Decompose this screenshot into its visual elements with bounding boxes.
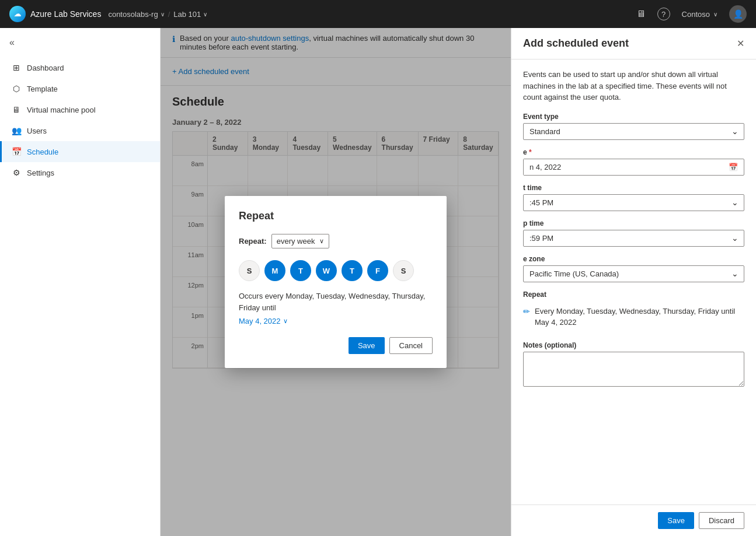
sidebar-collapse: « (0, 33, 160, 57)
event-type-select-wrapper: Standard (523, 123, 744, 140)
start-time-select[interactable]: :45 PM (523, 194, 744, 211)
start-time-select-wrapper: :45 PM (523, 194, 744, 211)
panel-close-button[interactable]: ✕ (737, 38, 744, 49)
panel-description: Events can be used to start up and/or sh… (523, 69, 744, 103)
repeat-modal: Repeat Repeat: every week ∨ S M T W T F … (225, 196, 447, 368)
sidebar-item-label: Users (27, 127, 47, 135)
day-circle-wed[interactable]: W (316, 260, 337, 281)
app-title: Azure Lab Services (30, 9, 101, 19)
day-circle-fri[interactable]: F (367, 260, 388, 281)
main-layout: « ⊞ Dashboard ⬡ Template 🖥 Virtual machi… (0, 28, 756, 536)
timezone-label: e zone (523, 255, 744, 263)
modal-overlay: Repeat Repeat: every week ∨ S M T W T F … (161, 28, 511, 536)
event-type-label: Event type (523, 113, 744, 121)
sidebar-item-settings[interactable]: ⚙ Settings (0, 162, 160, 183)
sidebar-item-dashboard[interactable]: ⊞ Dashboard (0, 57, 160, 78)
repeat-group: Repeat ✏ Every Monday, Tuesday, Wednesda… (523, 290, 744, 333)
stop-time-group: p time :59 PM (523, 219, 744, 247)
repeat-section: ✏ Every Monday, Tuesday, Wednesday, Thur… (523, 301, 744, 333)
sidebar-item-label: Schedule (27, 148, 58, 156)
topnav-right: 🖥 ? Contoso ∨ 👤 (636, 5, 747, 23)
azure-icon: ☁ (9, 6, 26, 22)
timezone-group: e zone Pacific Time (US, Canada) (523, 255, 744, 282)
day-circle-thu[interactable]: T (342, 260, 363, 281)
sidebar-item-users[interactable]: 👥 Users (0, 120, 160, 141)
dashboard-icon: ⊞ (12, 63, 21, 72)
modal-title: Repeat (239, 210, 433, 222)
repeat-text: Every Monday, Tuesday, Wednesday, Thursd… (535, 306, 744, 328)
breadcrumb-lab[interactable]: Lab 101 ∨ (173, 10, 207, 19)
sidebar-item-template[interactable]: ⬡ Template (0, 78, 160, 99)
settings-icon: ⚙ (12, 168, 21, 177)
timezone-select[interactable]: Pacific Time (US, Canada) (523, 265, 744, 282)
collapse-button[interactable]: « (9, 37, 15, 48)
users-icon: 👥 (12, 126, 21, 135)
content-area: ℹ Based on your auto-shutdown settings, … (161, 28, 511, 536)
help-icon[interactable]: ? (657, 8, 670, 20)
day-circle-sun[interactable]: S (239, 260, 260, 281)
stop-time-select[interactable]: :59 PM (523, 230, 744, 247)
panel-save-button[interactable]: Save (658, 512, 694, 529)
day-circles: S M T W T F S (239, 260, 433, 281)
occurrence-text: Occurs every Monday, Tuesday, Wednesday,… (239, 290, 433, 313)
start-time-label: t time (523, 184, 744, 192)
right-panel: Add scheduled event ✕ Events can be used… (511, 28, 756, 536)
repeat-label: Repeat (523, 290, 744, 299)
stop-time-select-wrapper: :59 PM (523, 230, 744, 247)
panel-title: Add scheduled event (523, 37, 629, 50)
sidebar-item-label: Virtual machine pool (27, 106, 96, 114)
breadcrumb-rg[interactable]: contosolabs-rg ∨ (108, 10, 164, 19)
modal-actions: Save Cancel (239, 337, 433, 354)
panel-footer: Save Discard (511, 505, 756, 536)
date-label: e * (523, 148, 744, 156)
day-circle-tue[interactable]: T (290, 260, 311, 281)
topnav: ☁ Azure Lab Services contosolabs-rg ∨ / … (0, 0, 756, 28)
modal-repeat-row: Repeat: every week ∨ (239, 234, 433, 248)
event-type-select[interactable]: Standard (523, 123, 744, 140)
repeat-prefix: Repeat: (239, 237, 267, 246)
sidebar-item-label: Dashboard (27, 64, 64, 72)
day-circle-mon[interactable]: M (264, 260, 285, 281)
modal-cancel-button[interactable]: Cancel (389, 337, 433, 354)
breadcrumb: contosolabs-rg ∨ / Lab 101 ∨ (108, 10, 207, 19)
app-logo: ☁ Azure Lab Services (9, 6, 101, 22)
date-input-wrapper: 📅 (523, 159, 744, 176)
panel-discard-button[interactable]: Discard (699, 512, 744, 529)
notes-textarea[interactable] (523, 352, 744, 387)
date-group: e * 📅 (523, 148, 744, 176)
user-avatar[interactable]: 👤 (729, 5, 747, 23)
start-time-group: t time :45 PM (523, 184, 744, 211)
vmpool-icon: 🖥 (12, 105, 21, 114)
monitor-icon[interactable]: 🖥 (636, 9, 646, 19)
sidebar-item-label: Template (27, 85, 58, 93)
sidebar-item-schedule[interactable]: 📅 Schedule (0, 141, 160, 162)
panel-body: Events can be used to start up and/or sh… (511, 59, 756, 505)
sidebar-item-label: Settings (27, 169, 54, 177)
repeat-select[interactable]: every week ∨ (271, 234, 330, 248)
modal-save-button[interactable]: Save (349, 337, 385, 354)
day-circle-sat[interactable]: S (393, 260, 414, 281)
timezone-select-wrapper: Pacific Time (US, Canada) (523, 265, 744, 282)
event-type-group: Event type Standard (523, 113, 744, 140)
sidebar-item-vmpool[interactable]: 🖥 Virtual machine pool (0, 99, 160, 120)
repeat-edit-icon[interactable]: ✏ (523, 307, 530, 316)
panel-header: Add scheduled event ✕ (511, 28, 756, 59)
schedule-icon: 📅 (12, 147, 21, 156)
account-menu[interactable]: Contoso ∨ (682, 10, 717, 19)
sidebar: « ⊞ Dashboard ⬡ Template 🖥 Virtual machi… (0, 28, 161, 536)
end-date-selector[interactable]: May 4, 2022 ∨ (239, 317, 433, 325)
date-input[interactable] (524, 159, 723, 175)
notes-group: Notes (optional) (523, 341, 744, 388)
notes-label: Notes (optional) (523, 341, 744, 349)
calendar-icon[interactable]: 📅 (723, 159, 744, 175)
template-icon: ⬡ (12, 84, 21, 93)
stop-time-label: p time (523, 219, 744, 227)
